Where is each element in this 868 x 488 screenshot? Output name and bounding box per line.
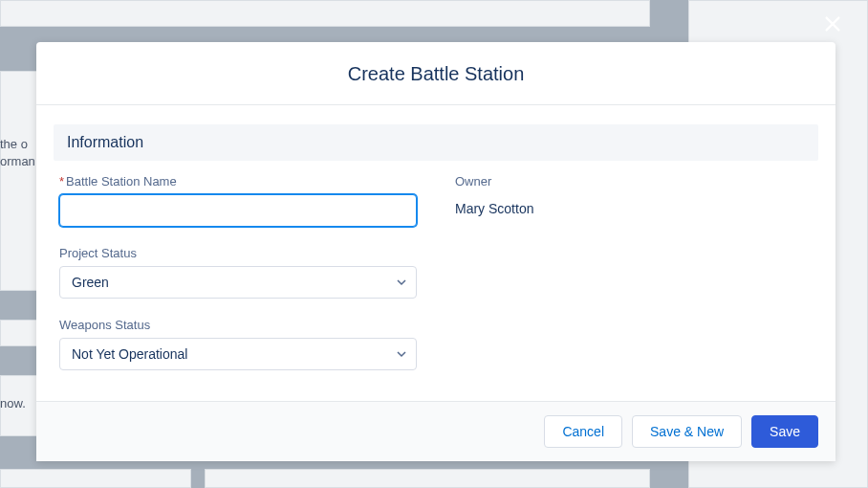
bg-text: the o (0, 137, 28, 151)
section-header-information: Information (54, 124, 818, 161)
save-and-new-button[interactable]: Save & New (632, 415, 742, 448)
weapons-status-select-wrap: Not Yet Operational (59, 338, 417, 370)
label-owner: Owner (455, 174, 813, 189)
owner-value: Mary Scotton (455, 194, 813, 216)
label-weapons-status: Weapons Status (59, 318, 417, 332)
field-weapons-status: Weapons Status Not Yet Operational (59, 318, 417, 370)
save-button[interactable]: Save (751, 415, 818, 448)
weapons-status-value: Not Yet Operational (72, 346, 187, 362)
modal-header: Create Battle Station (36, 42, 835, 105)
project-status-select[interactable]: Green (59, 266, 417, 299)
bg-text: orman (0, 154, 35, 168)
project-status-value: Green (72, 275, 109, 290)
form-column-left: *Battle Station Name Project Status Gree… (59, 174, 417, 389)
modal-footer: Cancel Save & New Save (36, 401, 835, 461)
create-battle-station-modal: Create Battle Station Information *Battl… (36, 42, 835, 461)
close-icon[interactable] (820, 11, 845, 36)
project-status-select-wrap: Green (59, 266, 417, 299)
modal-title: Create Battle Station (36, 63, 835, 85)
modal-body: Information *Battle Station Name Project… (36, 105, 835, 401)
battle-station-name-input[interactable] (59, 194, 417, 227)
bg-text: now. (0, 396, 26, 410)
label-project-status: Project Status (59, 246, 417, 260)
field-project-status: Project Status Green (59, 246, 417, 299)
field-owner: Owner Mary Scotton (455, 174, 813, 216)
cancel-button[interactable]: Cancel (544, 415, 622, 448)
required-asterisk: * (59, 174, 64, 189)
weapons-status-select[interactable]: Not Yet Operational (59, 338, 417, 370)
form-grid: *Battle Station Name Project Status Gree… (54, 161, 818, 389)
form-column-right: Owner Mary Scotton (455, 174, 813, 389)
field-battle-station-name: *Battle Station Name (59, 174, 417, 227)
label-text: Battle Station Name (66, 174, 177, 189)
label-battle-station-name: *Battle Station Name (59, 174, 417, 189)
